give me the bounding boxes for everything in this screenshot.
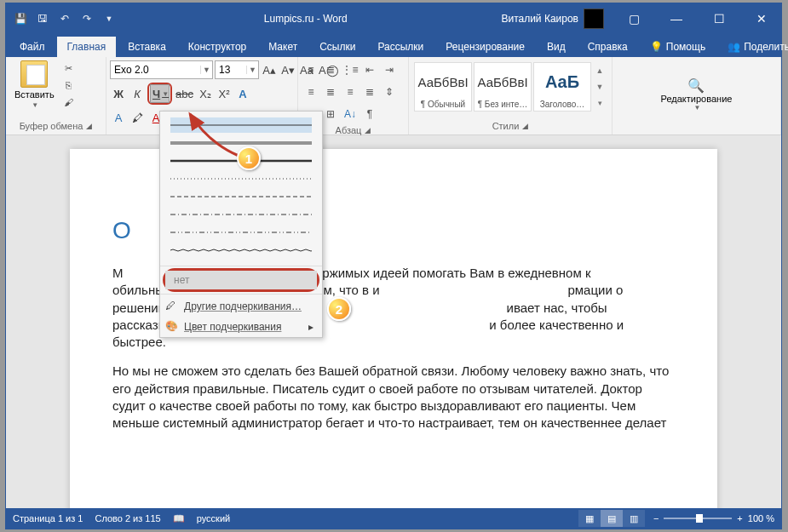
- ribbon-tabs: Файл Главная Вставка Конструктор Макет С…: [6, 33, 781, 57]
- font-size-select[interactable]: 13▼: [215, 60, 259, 79]
- window-title: Lumpics.ru - Word: [117, 13, 494, 25]
- underline-none-highlight: нет: [163, 268, 319, 292]
- more-underlines[interactable]: 🖊Другие подчеркивания…: [160, 296, 322, 317]
- print-layout-button[interactable]: ▤: [601, 510, 623, 527]
- decrease-indent-button[interactable]: ⇤: [360, 60, 379, 79]
- clipboard-group-label: Буфер обмена: [20, 121, 83, 131]
- style-heading1[interactable]: АаБЗаголово…: [533, 62, 591, 112]
- underline-style-single[interactable]: [170, 117, 312, 133]
- tab-insert[interactable]: Вставка: [118, 37, 176, 57]
- paragraph-launcher-icon[interactable]: ◢: [365, 126, 371, 134]
- editing-dropdown-icon[interactable]: ▼: [694, 104, 701, 112]
- underline-dropdown-icon[interactable]: ▼: [162, 90, 169, 98]
- line-spacing-button[interactable]: ⇕: [380, 83, 399, 101]
- zoom-out-button[interactable]: −: [653, 513, 659, 523]
- clipboard-icon: [20, 60, 48, 88]
- tab-layout[interactable]: Макет: [258, 37, 308, 57]
- tab-view[interactable]: Вид: [537, 37, 576, 57]
- bullets-button[interactable]: ≡: [302, 60, 320, 79]
- subscript-button[interactable]: X₂: [197, 84, 214, 103]
- tab-file[interactable]: Файл: [9, 37, 55, 57]
- tab-tellme[interactable]: 💡Помощь: [640, 37, 716, 57]
- format-painter-icon[interactable]: 🖌: [61, 94, 77, 110]
- underline-button[interactable]: Ч▼: [150, 84, 170, 103]
- minimize-button[interactable]: —: [657, 6, 696, 31]
- superscript-button[interactable]: X²: [216, 84, 233, 103]
- paste-dropdown-icon[interactable]: ▼: [32, 101, 38, 109]
- save-icon[interactable]: 🖫: [35, 11, 50, 26]
- more-icon: 🖊: [165, 300, 179, 313]
- redo-icon[interactable]: ↷: [79, 11, 95, 26]
- view-buttons: ▦ ▤ ▥: [578, 510, 645, 527]
- autosave-icon[interactable]: 💾: [13, 11, 28, 26]
- borders-button[interactable]: ⊞: [321, 105, 340, 123]
- paste-button[interactable]: Вставить ▼: [9, 59, 60, 111]
- underline-style-wave[interactable]: [170, 243, 312, 258]
- underline-color[interactable]: 🎨Цвет подчеркивания▸: [160, 317, 322, 337]
- ribbon: Вставить ▼ ✂ ⎘ 🖌 Буфер обмена◢ Exo 2.0▼ …: [6, 57, 781, 135]
- underline-style-dotdotdash[interactable]: [170, 225, 312, 240]
- callout-2: 2: [327, 297, 351, 321]
- styles-gallery-more[interactable]: ▲▼▾: [593, 62, 607, 112]
- text-effects-button[interactable]: A: [234, 84, 251, 103]
- clipboard-launcher-icon[interactable]: ◢: [86, 122, 92, 130]
- chevron-down-icon: ▼: [246, 66, 258, 74]
- user-account[interactable]: Виталий Каиров: [494, 9, 611, 29]
- app-window: 💾 🖫 ↶ ↷ ▼ Lumpics.ru - Word Виталий Каир…: [5, 3, 782, 529]
- zoom-in-button[interactable]: +: [737, 513, 742, 523]
- cut-icon[interactable]: ✂: [61, 60, 77, 76]
- avatar: [584, 9, 604, 29]
- zoom-slider[interactable]: [664, 518, 732, 519]
- justify-button[interactable]: ≣: [360, 83, 379, 101]
- spellcheck-icon[interactable]: 📖: [173, 513, 185, 524]
- tab-design[interactable]: Конструктор: [178, 37, 256, 57]
- status-page[interactable]: Страница 1 из 1: [13, 513, 83, 523]
- shrink-font-button[interactable]: A▾: [279, 60, 296, 79]
- underline-style-dotdash[interactable]: [170, 207, 312, 222]
- statusbar: Страница 1 из 1 Слово 2 из 115 📖 русский…: [6, 508, 781, 529]
- qat-dropdown-icon[interactable]: ▼: [101, 11, 117, 26]
- style-normal[interactable]: АаБбВвІ¶ Обычный: [414, 62, 472, 112]
- maximize-button[interactable]: ☐: [699, 6, 739, 31]
- tab-help[interactable]: Справка: [578, 37, 638, 57]
- tab-share[interactable]: 👥Поделиться: [717, 37, 788, 57]
- increase-indent-button[interactable]: ⇥: [380, 60, 399, 79]
- strikethrough-button[interactable]: abc: [174, 84, 195, 103]
- submenu-arrow-icon: ▸: [308, 321, 313, 333]
- close-button[interactable]: ✕: [742, 6, 781, 31]
- style-nospacing[interactable]: АаБбВвІ¶ Без инте…: [474, 62, 532, 112]
- show-marks-button[interactable]: ¶: [360, 105, 379, 123]
- multilevel-button[interactable]: ⋮≡: [341, 60, 359, 79]
- tab-mailings[interactable]: Рассылки: [367, 37, 434, 57]
- underline-style-dashed[interactable]: [170, 189, 312, 204]
- doc-paragraph: Но мы не сможем это сделать без Вашей об…: [112, 363, 675, 432]
- tab-references[interactable]: Ссылки: [309, 37, 365, 57]
- web-layout-button[interactable]: ▥: [623, 510, 645, 527]
- underline-none[interactable]: нет: [165, 271, 317, 289]
- undo-icon[interactable]: ↶: [57, 11, 72, 26]
- ribbon-options-icon[interactable]: ▢: [614, 6, 653, 31]
- highlight-button[interactable]: A: [110, 108, 127, 127]
- grow-font-button[interactable]: A▴: [261, 60, 278, 79]
- align-center-button[interactable]: ≣: [321, 83, 340, 101]
- bold-button[interactable]: Ж: [110, 84, 127, 103]
- tab-home[interactable]: Главная: [57, 37, 117, 57]
- italic-button[interactable]: К: [129, 84, 146, 103]
- find-icon[interactable]: 🔍: [687, 77, 705, 94]
- zoom-level[interactable]: 100 %: [748, 513, 774, 523]
- document-area[interactable]: О М держимых идеей помогать Вам в ежедне…: [6, 135, 781, 508]
- read-mode-button[interactable]: ▦: [578, 510, 601, 527]
- font-name-select[interactable]: Exo 2.0▼: [110, 60, 213, 79]
- status-words[interactable]: Слово 2 из 115: [95, 513, 160, 523]
- sort-button[interactable]: A↓: [341, 105, 359, 123]
- underline-style-dotted[interactable]: [170, 171, 312, 186]
- align-right-button[interactable]: ≡: [341, 83, 359, 101]
- highlight-color-button[interactable]: 🖍: [129, 108, 146, 127]
- status-language[interactable]: русский: [197, 513, 230, 523]
- numbering-button[interactable]: ≣: [321, 60, 340, 79]
- styles-launcher-icon[interactable]: ◢: [522, 122, 528, 130]
- copy-icon[interactable]: ⎘: [61, 77, 77, 93]
- align-left-button[interactable]: ≡: [302, 83, 320, 101]
- tab-review[interactable]: Рецензирование: [435, 37, 535, 57]
- callout-1: 1: [237, 146, 261, 170]
